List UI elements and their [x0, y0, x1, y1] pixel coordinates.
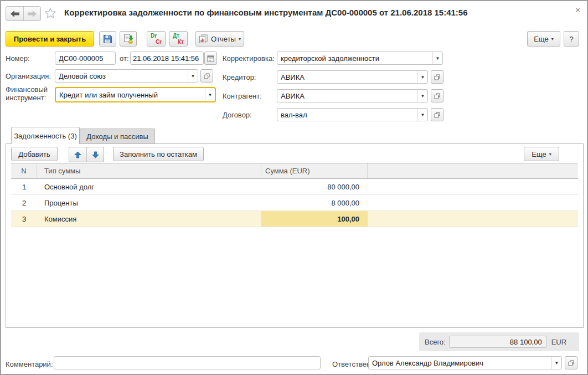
organization-open-button[interactable]	[200, 69, 213, 83]
dr-cr-button[interactable]: Dr Cr	[147, 31, 166, 47]
comment-label: Комментарий:	[6, 360, 53, 368]
add-row-button[interactable]: Добавить	[11, 147, 58, 161]
more-button-table[interactable]: Еще ▾	[524, 147, 559, 161]
row-number: 1	[11, 179, 37, 194]
window-title: Корректировка задолженности по финансовы…	[64, 8, 468, 17]
table-row[interactable]: 2 Проценты 8 000,00	[11, 195, 578, 211]
chevron-down-icon[interactable]: ▼	[205, 88, 215, 101]
instrument-value: Кредит или займ полученный	[59, 91, 205, 99]
open-link-icon	[434, 112, 440, 118]
chevron-down-icon: ▾	[551, 37, 554, 42]
move-down-icon[interactable]	[86, 147, 104, 162]
calendar-button[interactable]	[204, 52, 217, 65]
date-label: от:	[120, 54, 129, 63]
forward-icon[interactable]	[23, 7, 40, 20]
post-document-icon	[123, 34, 133, 44]
creditor-label: Кредитор:	[223, 73, 256, 81]
creditor-field[interactable]: АВИКА ▼	[277, 70, 428, 84]
calendar-icon	[207, 55, 214, 62]
instrument-select[interactable]: Кредит или займ полученный ▼	[55, 87, 216, 102]
move-up-icon[interactable]	[69, 147, 86, 162]
total-label: Всего:	[425, 338, 446, 346]
open-link-icon	[568, 360, 574, 366]
save-button[interactable]	[99, 31, 116, 47]
chevron-down-icon[interactable]: ▼	[551, 357, 561, 369]
open-link-icon	[434, 74, 440, 80]
counterparty-field[interactable]: АВИКА ▼	[277, 89, 428, 102]
post-document-button[interactable]	[120, 31, 137, 47]
post-and-close-button[interactable]: Провести и закрыть	[6, 31, 94, 47]
chevron-down-icon[interactable]: ▼	[417, 109, 427, 121]
dt-label: Дт	[173, 33, 179, 39]
contract-label: Договор:	[223, 111, 252, 119]
fill-by-balances-button[interactable]: Заполнить по остаткам	[113, 147, 204, 161]
counterparty-value: АВИКА	[281, 92, 417, 100]
sum-type-cell[interactable]: Проценты	[37, 195, 261, 210]
chevron-down-icon: ▾	[549, 152, 551, 157]
debt-table: N Тип суммы Сумма (EUR) 1 Основной долг …	[11, 163, 578, 227]
organization-label: Организация:	[6, 72, 51, 80]
correction-value: кредиторской задолженности	[281, 54, 432, 63]
contract-field[interactable]: вал-вал ▼	[277, 108, 428, 121]
tab-income-liabilities[interactable]: Доходы и пассивы	[80, 129, 155, 144]
help-label: ?	[569, 35, 573, 43]
total-currency: EUR	[551, 338, 566, 346]
chevron-down-icon[interactable]: ▼	[188, 70, 198, 82]
amount-cell-selected[interactable]: 100,00	[261, 211, 368, 227]
correction-label: Корректировка:	[223, 54, 275, 63]
empty-cell	[368, 211, 578, 227]
fill-by-balances-label: Заполнить по остаткам	[120, 150, 197, 158]
sum-type-cell[interactable]: Основной долг	[37, 179, 261, 194]
counterparty-open-button[interactable]	[431, 89, 443, 102]
amount-cell[interactable]: 80 000,00	[261, 179, 368, 194]
tab-label: Доходы и пассивы	[86, 132, 148, 141]
header-amount[interactable]: Сумма (EUR)	[261, 163, 368, 178]
amount-cell[interactable]: 8 000,00	[261, 195, 368, 210]
more-button-top[interactable]: Еще ▾	[527, 31, 560, 47]
empty-cell	[368, 179, 578, 194]
reports-button[interactable]: Отчеты ▾	[195, 31, 244, 47]
number-field[interactable]: ДС00-000005	[55, 52, 116, 65]
close-icon[interactable]: ×	[575, 6, 580, 14]
table-row[interactable]: 1 Основной долг 80 000,00	[11, 179, 578, 195]
sum-type-cell[interactable]: Комиссия	[37, 211, 261, 227]
organization-value: Деловой союз	[59, 72, 188, 80]
table-row-selected[interactable]: 3 Комиссия 100,00	[11, 211, 578, 227]
favorite-star-icon[interactable]	[44, 7, 56, 19]
chevron-down-icon[interactable]: ▼	[417, 90, 427, 102]
counterparty-label: Контрагент:	[223, 92, 262, 100]
title-bar: Корректировка задолженности по финансовы…	[1, 1, 587, 25]
row-number: 2	[11, 195, 37, 210]
move-row-group	[69, 147, 104, 162]
dt-kt-button[interactable]: Дт Кт	[169, 31, 188, 47]
chevron-down-icon[interactable]: ▼	[417, 71, 427, 83]
help-button[interactable]: ?	[564, 31, 579, 47]
add-row-label: Добавить	[18, 150, 50, 158]
instrument-label: Финансовый инструмент:	[6, 85, 53, 102]
comment-input[interactable]	[54, 356, 321, 369]
number-value: ДС00-000005	[59, 54, 115, 63]
organization-field[interactable]: Деловой союз ▼	[55, 69, 198, 83]
total-field: 88 100,00	[449, 336, 546, 348]
header-sum-type[interactable]: Тип суммы	[37, 163, 261, 178]
header-empty	[368, 163, 578, 178]
contract-open-button[interactable]	[431, 108, 443, 121]
chevron-down-icon[interactable]: ▼	[432, 52, 442, 64]
tab-debt[interactable]: Задолженность (3)	[11, 127, 80, 144]
totals-bar: Всего: 88 100,00 EUR	[419, 332, 579, 351]
reports-icon	[199, 34, 208, 44]
responsible-open-button[interactable]	[565, 356, 577, 369]
more-label: Еще	[534, 35, 548, 43]
back-icon[interactable]	[6, 7, 23, 20]
open-link-icon	[204, 73, 210, 79]
tab-label: Задолженность (3)	[14, 132, 76, 140]
reports-label: Отчеты	[211, 35, 236, 43]
creditor-open-button[interactable]	[431, 70, 443, 84]
number-label: Номер:	[6, 54, 30, 63]
correction-select[interactable]: кредиторской задолженности ▼	[277, 52, 443, 65]
kt-label: Кт	[178, 39, 184, 45]
contract-value: вал-вал	[281, 111, 417, 119]
header-n[interactable]: N	[11, 163, 37, 178]
responsible-field[interactable]: Орлов Александр Владимирович ▼	[368, 356, 562, 369]
date-field[interactable]: 21.06.2018 15:41:56	[130, 52, 204, 65]
